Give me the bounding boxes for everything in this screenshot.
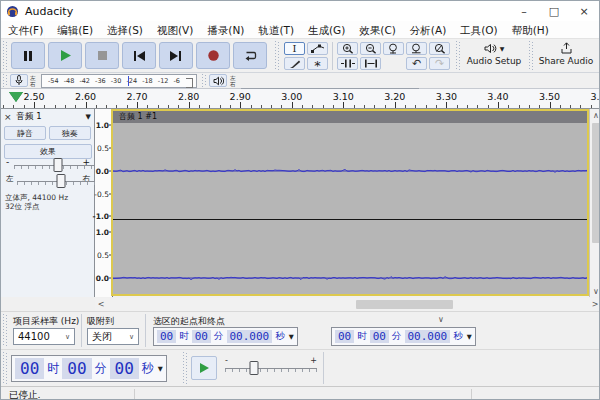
record-meter-grabber[interactable] (3, 74, 8, 87)
tools-toolbar-grabber[interactable] (275, 41, 280, 70)
menu-item-effect[interactable]: 效果(C) (352, 21, 403, 39)
menu-item-analyze[interactable]: 分析(A) (403, 21, 453, 39)
vertical-scrollbar-thumb[interactable] (592, 123, 600, 243)
clip-title-bar[interactable]: 音频 1 #1 (113, 111, 587, 123)
menu-item-tracks[interactable]: 轨道(T) (251, 21, 301, 39)
channel-1-waveform-area[interactable] (113, 123, 587, 219)
trim-audio-button[interactable] (337, 57, 358, 70)
solo-button[interactable]: 独奏 (49, 126, 91, 140)
redo-button[interactable]: ↷ (429, 57, 450, 70)
gain-slider-thumb[interactable] (54, 158, 63, 172)
menu-item-view[interactable]: 视图(V) (150, 21, 200, 39)
pan-slider-thumb[interactable] (57, 174, 66, 188)
record-meter-mic-button[interactable] (10, 74, 28, 87)
zoom-in-button[interactable] (337, 42, 358, 55)
scroll-left-icon[interactable]: < (95, 298, 107, 311)
horizontal-scrollbar-thumb[interactable] (356, 300, 453, 309)
status-divider (471, 389, 472, 399)
snap-to-combobox[interactable]: 关闭 ∨ (87, 328, 139, 345)
multi-tool-button[interactable]: * (307, 57, 328, 70)
selection-tool-button[interactable]: I (284, 42, 305, 55)
start-minutes[interactable]: 00 (192, 330, 211, 343)
draw-tool-button[interactable] (284, 57, 305, 70)
envelope-tool-button[interactable] (307, 42, 328, 55)
playback-meter-grabber[interactable] (202, 74, 207, 87)
dropdown-icon[interactable]: ▼ (467, 333, 472, 341)
pan-slider[interactable]: 左 右 (4, 173, 92, 187)
vertical-scrollbar[interactable]: ∧ ∨ (589, 109, 600, 297)
position-seconds[interactable]: 00 (110, 358, 139, 379)
play-at-speed-button[interactable] (191, 356, 217, 380)
timeline-tick (189, 102, 190, 108)
horizontal-scrollbar[interactable]: < > (95, 298, 600, 311)
loop-button[interactable] (233, 42, 267, 69)
timeline-tick (385, 105, 386, 108)
close-button[interactable]: × (569, 1, 599, 21)
audio-position-time[interactable]: 00 时 00 分 00 秒 ▼ (11, 355, 167, 382)
menu-item-select[interactable]: 选择(S) (100, 21, 150, 39)
selection-end-time[interactable]: 00 时 00 分 00.000 秒 ▼ (331, 327, 476, 346)
start-hours[interactable]: 00 (157, 330, 176, 343)
audio-setup-button[interactable]: ▼ Audio Setup (463, 41, 525, 71)
project-rate-combobox[interactable]: 44100 ∨ (13, 328, 75, 345)
menu-item-tools[interactable]: 工具(O) (453, 21, 504, 39)
time-toolbar-grabber[interactable] (3, 352, 8, 384)
record-meter[interactable]: -54-48-42-36-30-24-18-12-6 (41, 74, 197, 88)
transport-toolbar-grabber[interactable] (3, 41, 8, 70)
end-hours[interactable]: 00 (335, 330, 354, 343)
zoom-fit-project-button[interactable] (406, 42, 427, 55)
pan-left-label: 左 (6, 174, 14, 184)
position-hours[interactable]: 00 (15, 358, 44, 379)
track-close-button[interactable]: × (4, 112, 12, 122)
gain-slider[interactable]: - + (4, 157, 92, 171)
tools-separator (332, 42, 333, 70)
audio-clip[interactable]: 音频 1 #1 (111, 109, 589, 296)
project-rate-label: 项目采样率 (Hz) (13, 315, 79, 328)
end-seconds[interactable]: 00.000 (405, 330, 451, 343)
track-menu-button[interactable]: ▼ (86, 113, 91, 121)
scroll-up-icon[interactable]: ∧ (590, 109, 600, 121)
skip-to-start-button[interactable] (122, 42, 156, 69)
timeline-tick (230, 105, 231, 108)
pause-button[interactable] (11, 42, 45, 69)
maximize-button[interactable]: □ (539, 1, 569, 21)
position-minutes[interactable]: 00 (62, 358, 91, 379)
zoom-toggle-button[interactable] (429, 42, 450, 55)
dropdown-icon[interactable]: ▼ (289, 333, 294, 341)
share-audio-grabber[interactable] (529, 41, 534, 70)
stop-button[interactable] (85, 42, 119, 69)
selection-format-chevron-icon[interactable]: ∨ (438, 315, 444, 324)
scroll-down-icon[interactable]: ∨ (590, 285, 600, 297)
zoom-out-button[interactable] (360, 42, 381, 55)
skip-to-end-button[interactable] (159, 42, 193, 69)
undo-button[interactable]: ↶ (406, 57, 427, 70)
track-name[interactable]: 音频 1 (17, 111, 42, 123)
mute-button[interactable]: 静音 (4, 126, 46, 140)
speed-slider-thumb[interactable] (250, 361, 259, 375)
speed-max-label: + (310, 356, 317, 365)
audio-setup-grabber[interactable] (456, 41, 461, 70)
zoom-selection-button[interactable] (383, 42, 404, 55)
play-at-speed-grabber[interactable] (183, 352, 188, 384)
record-button[interactable] (196, 42, 230, 69)
playback-speed-slider[interactable]: - + (225, 360, 317, 376)
menu-item-edit[interactable]: 编辑(E) (50, 21, 100, 39)
menu-item-help[interactable]: 帮助(H) (505, 21, 556, 39)
menu-item-transport[interactable]: 播录(N) (200, 21, 251, 39)
scroll-right-icon[interactable]: > (589, 298, 600, 311)
snap-to-label: 吸附到 (87, 315, 114, 328)
share-audio-button[interactable]: Share Audio (535, 41, 597, 71)
playback-meter-speaker-button[interactable] (209, 74, 227, 87)
dropdown-icon[interactable]: ▼ (158, 365, 163, 373)
play-button[interactable] (48, 42, 82, 69)
timeline-ruler[interactable]: 2.502.602.702.802.903.003.103.203.303.40… (1, 89, 599, 109)
selection-start-time[interactable]: 00 时 00 分 00.000 秒 ▼ (153, 327, 298, 346)
menu-item-file[interactable]: 文件(F) (1, 21, 50, 39)
silence-audio-button[interactable] (360, 57, 381, 70)
menu-item-generate[interactable]: 生成(G) (301, 21, 352, 39)
start-seconds[interactable]: 00.000 (227, 330, 273, 343)
channel-2-waveform-area[interactable] (113, 220, 587, 294)
selection-toolbar-grabber[interactable] (3, 314, 8, 347)
end-minutes[interactable]: 00 (370, 330, 389, 343)
minimize-button[interactable]: – (509, 1, 539, 21)
